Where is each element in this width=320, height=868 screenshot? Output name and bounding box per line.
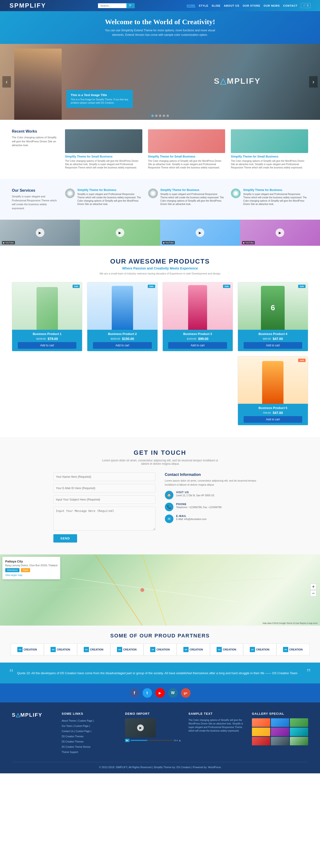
product-card-1: Sale Business Product 1 $199.00 $79.00 A… [12, 282, 82, 351]
video-thumb-2[interactable]: ▶ [80, 220, 160, 246]
service-card-3-title: Simplify Theme for Business [243, 188, 308, 192]
service-card-2-desc: Simplify is super elegant and Profession… [160, 193, 225, 206]
name-input[interactable] [53, 472, 155, 481]
service-card-2-title: Simplify Theme for Business [160, 188, 225, 192]
product-info-5: Business Product 5 794.00 547.00 Add to … [238, 404, 308, 425]
product-old-price-1: $199.00 [36, 337, 46, 340]
service-card-3-desc: Simplify is super elegant and Profession… [243, 193, 308, 206]
visit-label: VISIT US [176, 491, 215, 494]
partner-8: D5 CREATION [243, 644, 276, 655]
social-wordpress[interactable]: W [168, 688, 178, 698]
nav-store[interactable]: OUR STORE [243, 4, 260, 7]
product-info-4: Business Product 4 $89.00 $47.00 Add to … [238, 330, 308, 351]
gallery-thumb-8[interactable] [271, 737, 289, 745]
footer-demo-col: DEMO IMPORT ▶ ▶ 15:4 🔈 [125, 712, 181, 755]
video-strip: ▶ ▶ YouTube ▶ ▶ ▶ YouTube ▶ ▶ YouTube [0, 220, 320, 246]
footer-link-5[interactable]: D5 Creation Themes [62, 739, 118, 743]
footer-link-3[interactable]: Contact Us ( Custom Page ) [62, 729, 118, 733]
add-to-cart-3[interactable]: Add to cart [168, 342, 227, 349]
social-google-plus[interactable]: g+ [181, 688, 190, 698]
demo-volume[interactable]: 🔈 [179, 739, 182, 742]
nav-slide[interactable]: SLIDE [212, 4, 220, 7]
map-zoom-out[interactable]: − [310, 590, 316, 596]
product-old-price-4: $89.00 [263, 337, 271, 340]
hero-dot-5[interactable] [166, 115, 169, 117]
video-thumb-3[interactable]: ▶ ▶ YouTube [160, 220, 240, 246]
logo[interactable]: SΡMPLIFY [9, 2, 46, 9]
product-old-price-5: 794.00 [263, 411, 271, 414]
search-input[interactable] [98, 3, 126, 8]
nav-about[interactable]: ABOUT US [224, 4, 239, 7]
play-button-3[interactable]: ▶ [196, 228, 204, 237]
gallery-thumb-5[interactable] [271, 727, 289, 736]
add-to-cart-1[interactable]: Add to cart [18, 342, 76, 349]
partner-3: D5 CREATION [77, 644, 110, 655]
email-input[interactable] [53, 484, 155, 493]
product-name-5: Business Product 5 [240, 406, 306, 410]
hero-dot-2[interactable] [155, 115, 158, 117]
play-button-2[interactable]: ▶ [116, 228, 124, 237]
service-icon-2 [148, 188, 158, 198]
gallery-thumb-3[interactable] [290, 718, 308, 727]
main-nav: HOME STYLE SLIDE ABOUT US OUR STORE OUR … [187, 3, 311, 8]
phone-value: Telephone: +123456789, Fax: +123456789 [176, 506, 222, 508]
social-facebook[interactable]: f [130, 688, 139, 698]
contact-desc: Lorem ipsum dolor sit amet, consectetur … [101, 459, 219, 465]
map-zoom-in[interactable]: + [310, 584, 316, 590]
subject-input[interactable] [53, 495, 155, 504]
quote-text: Quote 10: All the developers of D5 Creat… [17, 671, 303, 676]
video-thumb-4[interactable]: ▶ ▶ YouTube [240, 220, 320, 246]
gallery-thumb-1[interactable] [252, 718, 270, 727]
map-attribution: Map data ©2018 Google Terms of Use Repor… [263, 622, 318, 624]
partner-name-8: CREATION [256, 648, 269, 651]
hero-next-button[interactable]: › [309, 76, 318, 88]
add-to-cart-2[interactable]: Add to cart [93, 342, 152, 349]
product-card-2: Sale Business Product 2 $200.00 $150.00 … [87, 282, 158, 351]
map-section: Pattaya City Bang Lamung District, Chon … [0, 554, 320, 625]
add-to-cart-4[interactable]: Add to cart [244, 342, 302, 349]
cart-button[interactable]: 🛒 0 [301, 3, 311, 8]
footer-link-4[interactable]: D5 Creation Themes [62, 734, 118, 738]
send-button[interactable]: SEND [53, 534, 77, 542]
gallery-thumb-4[interactable] [252, 727, 270, 736]
nav-home[interactable]: HOME [187, 4, 195, 7]
play-button-1[interactable]: ▶ [36, 228, 44, 237]
footer-link-7[interactable]: Theme Support [62, 750, 118, 754]
footer-demo-title: DEMO IMPORT [125, 712, 181, 715]
social-youtube[interactable]: ▶ [155, 688, 165, 698]
hero-prev-button[interactable]: ‹ [2, 76, 11, 88]
hero-dot-4[interactable] [163, 115, 165, 117]
product-badge-4: Sale [298, 285, 306, 288]
message-input[interactable] [53, 507, 155, 530]
search-button[interactable]: 🔍 [126, 3, 135, 8]
add-to-cart-5[interactable]: Add to cart [244, 416, 302, 423]
video-thumb-1[interactable]: ▶ ▶ YouTube [0, 220, 80, 246]
gallery-thumb-9[interactable] [290, 737, 308, 745]
gallery-thumb-6[interactable] [290, 727, 308, 736]
footer-link-2[interactable]: Our Team ( Custom Page ) [62, 723, 118, 728]
play-button-4[interactable]: ▶ [276, 228, 284, 237]
recent-works-title: Recent Works [12, 129, 59, 133]
hero-dot-1[interactable] [151, 115, 154, 117]
partner-name-1: CREATION [24, 648, 37, 651]
footer-link-1[interactable]: About Theme ( Custom Page ) [62, 718, 118, 722]
nav-style[interactable]: STYLE [199, 4, 208, 7]
work-card-2: Simplify Theme for Small Business The Co… [148, 129, 225, 169]
welcome-banner: Welcome to the World of Creativity! You … [0, 11, 320, 44]
gallery-thumb-7[interactable] [252, 737, 270, 745]
product-old-price-3: $129.00 [187, 337, 196, 340]
work-card-1-desc: The Color changing options of Simplify w… [65, 159, 142, 169]
gallery-thumb-2[interactable] [271, 718, 289, 727]
services-section: Our Services Simplify is super elegant a… [0, 179, 320, 220]
hero-dot-3[interactable] [159, 115, 161, 117]
nav-contact[interactable]: CONTACT [283, 4, 297, 7]
footer-link-6[interactable]: D5 Creation Theme Demos [62, 744, 118, 749]
youtube-badge-1: ▶ YouTube [2, 241, 15, 244]
larger-map-link[interactable]: View larger map [5, 574, 22, 577]
directions-button[interactable]: Directions [5, 568, 20, 572]
save-button[interactable]: Save [21, 568, 30, 572]
service-card-3: Simplify Theme for Business Simplify is … [231, 188, 308, 210]
social-twitter[interactable]: t [142, 688, 152, 698]
nav-news[interactable]: OUR NEWS [263, 4, 280, 7]
demo-play-control[interactable]: ▶ [125, 739, 130, 742]
